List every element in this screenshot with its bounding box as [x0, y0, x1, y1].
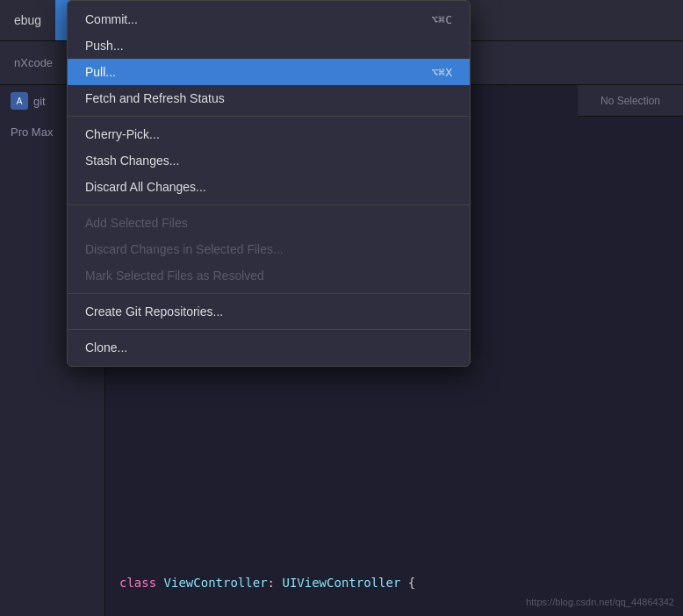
dropdown-label-fetch: Fetch and Refresh Status: [85, 91, 225, 105]
dropdown-label-stash: Stash Changes...: [85, 154, 179, 168]
dropdown-item-discard-selected: Discard Changes in Selected Files...: [68, 236, 470, 262]
shortcut-pull: ⌥⌘X: [432, 66, 452, 79]
dropdown-label-clone: Clone...: [85, 340, 127, 355]
dropdown-label-create-repo: Create Git Repositories...: [85, 304, 223, 319]
dropdown-label-push: Push...: [85, 39, 124, 53]
bottom-code-line: class ViewController: UIViewController {: [105, 576, 683, 590]
divider-sep4: [68, 329, 470, 330]
watermark: https://blog.csdn.net/qq_44864342: [526, 597, 674, 607]
dropdown-item-stash[interactable]: Stash Changes...: [68, 147, 470, 174]
dropdown-label-add-selected: Add Selected Files: [85, 216, 188, 230]
dropdown-item-create-repo[interactable]: Create Git Repositories...: [68, 298, 470, 325]
dropdown-item-pull[interactable]: Pull...⌥⌘X: [68, 59, 470, 85]
dropdown-label-pull: Pull...: [85, 65, 116, 79]
dropdown-label-cherry-pick: Cherry-Pick...: [85, 127, 160, 141]
dropdown-item-clone[interactable]: Clone...: [68, 334, 470, 361]
dropdown-label-mark-resolved: Mark Selected Files as Resolved: [85, 269, 264, 283]
no-selection-bar: No Selection: [578, 85, 683, 117]
dropdown-item-push[interactable]: Push...: [68, 32, 470, 59]
dropdown-label-commit: Commit...: [85, 12, 138, 26]
menu-item-debug[interactable]: ebug: [0, 0, 55, 40]
dropdown-item-add-selected: Add Selected Files: [68, 210, 470, 236]
source-control-dropdown: Commit...⌥⌘CPush...Pull...⌥⌘XFetch and R…: [67, 0, 471, 367]
dropdown-item-fetch[interactable]: Fetch and Refresh Status: [68, 85, 470, 111]
divider-sep2: [68, 204, 470, 205]
file-icon: A: [11, 92, 28, 110]
toolbar-text: nXcode: [14, 56, 53, 69]
divider-sep3: [68, 293, 470, 294]
divider-sep1: [68, 116, 470, 117]
dropdown-item-commit[interactable]: Commit...⌥⌘C: [68, 6, 470, 32]
dropdown-item-mark-resolved: Mark Selected Files as Resolved: [68, 262, 470, 289]
dropdown-label-discard-selected: Discard Changes in Selected Files...: [85, 242, 284, 256]
shortcut-commit: ⌥⌘C: [432, 13, 452, 26]
dropdown-label-discard-all: Discard All Changes...: [85, 180, 206, 194]
dropdown-item-cherry-pick[interactable]: Cherry-Pick...: [68, 121, 470, 147]
dropdown-item-discard-all[interactable]: Discard All Changes...: [68, 174, 470, 200]
